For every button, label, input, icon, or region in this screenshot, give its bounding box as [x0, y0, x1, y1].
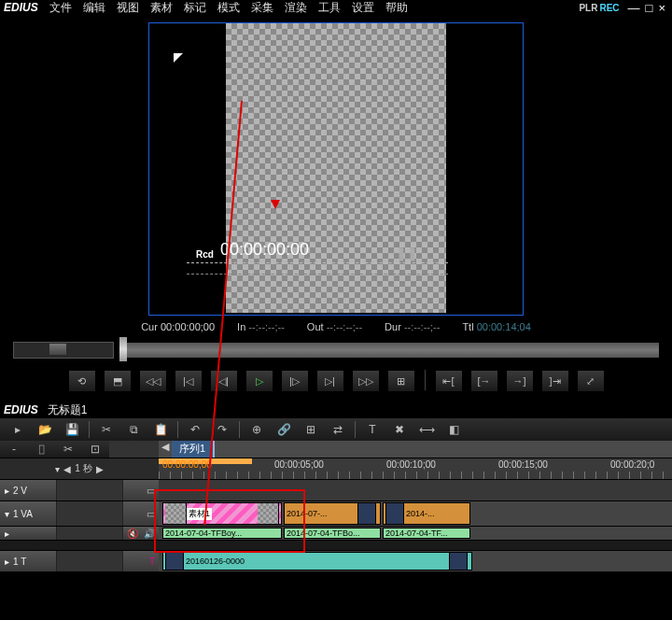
position-slider[interactable]	[119, 343, 659, 358]
trans-button[interactable]: ⟷	[414, 420, 439, 439]
clip-label: 素材1	[187, 508, 212, 520]
track-1a-body[interactable]: 2014-07-04-TFBoy... 2014-07-04-TFBo... 2…	[159, 527, 672, 540]
clip-va2[interactable]: 2014-07-...	[284, 502, 381, 525]
clip-a3[interactable]: 2014-07-04-TF...	[383, 528, 470, 539]
rewind-button[interactable]: ◁◁	[139, 370, 167, 392]
clip-a2[interactable]: 2014-07-04-TFBo...	[284, 528, 381, 539]
track-1va-body[interactable]: 素材1 2014-07-... 2014-...	[159, 501, 672, 526]
maximize-icon[interactable]: □	[646, 1, 653, 15]
plr-label: PLR	[579, 3, 597, 13]
menu-view[interactable]: 视图	[117, 0, 139, 16]
new-button[interactable]: ▸	[6, 420, 30, 439]
close-icon[interactable]: ×	[658, 1, 665, 15]
menu-mark[interactable]: 标记	[184, 0, 206, 16]
undo-button[interactable]: ↶	[183, 420, 207, 439]
video-toggle-icon[interactable]: ▭	[147, 509, 155, 519]
scrub-bar2[interactable]	[187, 274, 448, 275]
tc-dur-label: Dur	[385, 321, 401, 332]
video-toggle-icon[interactable]: ▭	[147, 486, 155, 496]
clip-label: 2014-07-04-TFBo...	[287, 528, 360, 538]
sequence-tab[interactable]: 序列1	[172, 441, 215, 458]
next-edit-button[interactable]: ▷|	[316, 370, 344, 392]
goto-in-button[interactable]: ⇤[	[435, 370, 463, 392]
clip-thumb-icon	[165, 503, 187, 524]
set-in-button[interactable]: [→	[470, 370, 498, 392]
menu-clip[interactable]: 素材	[150, 0, 173, 16]
clip-a1[interactable]: 2014-07-04-TFBoy...	[162, 528, 282, 539]
record-label: Rcd	[196, 249, 214, 260]
seq-prev[interactable]: ◀	[159, 441, 172, 458]
menu-file[interactable]: 文件	[49, 0, 72, 16]
safe-marker-icon	[174, 53, 183, 63]
clip-t1[interactable]: 20160126-0000	[162, 552, 472, 571]
track-1va-label: 1 VA	[13, 509, 56, 519]
render-button[interactable]: ◧	[441, 420, 466, 439]
loop-button[interactable]: ⟲	[68, 370, 96, 392]
track-2v-body[interactable]	[159, 480, 672, 500]
cut-button[interactable]: ✂	[94, 420, 119, 439]
zoom-down[interactable]: ▾	[55, 464, 60, 474]
stop-button[interactable]: ⬒	[104, 370, 132, 392]
audio-toggle-icon[interactable]: 🔊	[144, 528, 155, 539]
open-button[interactable]: 📂	[33, 420, 57, 439]
fastfwd-button[interactable]: ▷▷	[352, 370, 380, 392]
track-1t-label: 1 T	[13, 557, 56, 567]
shuttle-slider[interactable]	[13, 342, 114, 359]
track-expand[interactable]: ▸	[0, 557, 13, 567]
track-tool4[interactable]: ⊡	[83, 440, 107, 458]
track-1t-body[interactable]: 20160126-0000	[159, 551, 672, 571]
track-tool3[interactable]: ✂	[56, 440, 80, 458]
link-button[interactable]: 🔗	[272, 420, 296, 439]
clip-label: 2014-...	[406, 509, 435, 518]
set-out-button[interactable]: →]	[506, 370, 534, 392]
group-button[interactable]: ⊞	[299, 420, 323, 439]
delete-button[interactable]: ✖	[387, 420, 412, 439]
record-monitor: Rcd 00:00:00:00 ❚❚	[148, 22, 524, 316]
menu-mode[interactable]: 模式	[217, 0, 240, 16]
audio-expand[interactable]: ▸	[0, 528, 13, 539]
minimize-icon[interactable]: —	[628, 1, 640, 15]
prev-edit-button[interactable]: |◁	[175, 370, 203, 392]
title-toggle-icon[interactable]: T	[149, 557, 155, 567]
time-ruler[interactable]: 00:00:00;00 00:00:05;00 00:00:10;00 00:0…	[159, 458, 672, 479]
menu-cap[interactable]: 采集	[251, 0, 273, 16]
title-button[interactable]: T	[360, 420, 385, 439]
clip-va3[interactable]: 2014-...	[383, 502, 470, 525]
timeline-title: 无标题1	[48, 402, 88, 418]
tc-in-label: In	[237, 321, 245, 332]
scrub-bar[interactable]	[187, 262, 448, 273]
ruler-tick: 00:00:15;00	[498, 459, 548, 470]
loop-region-button[interactable]: ⊞	[387, 370, 415, 392]
track-expand[interactable]: ▾	[0, 509, 13, 519]
menu-edit[interactable]: 编辑	[83, 0, 105, 16]
menu-tool[interactable]: 工具	[318, 0, 341, 16]
menu-set[interactable]: 设置	[352, 0, 374, 16]
frame-back-button[interactable]: ◁|	[210, 370, 238, 392]
paste-button[interactable]: 📋	[148, 420, 173, 439]
tc-out-label: Out	[307, 321, 324, 332]
track-tool2[interactable]: ⌷	[29, 440, 53, 458]
clip-va-main[interactable]: 素材1	[162, 502, 282, 525]
frame-fwd-button[interactable]: |▷	[281, 370, 309, 392]
copy-button[interactable]: ⧉	[121, 420, 146, 439]
save-button[interactable]: 💾	[60, 420, 84, 439]
menu-ren[interactable]: 渲染	[285, 0, 307, 16]
export-button[interactable]: ⤢	[577, 370, 605, 392]
ruler-tick: 00:00:10;00	[386, 459, 436, 470]
clip-label: 2014-07-...	[287, 509, 328, 518]
zoom-prev[interactable]: ◀	[63, 464, 71, 474]
tc-ttl-label: Ttl	[462, 321, 473, 332]
menu-help[interactable]: 帮助	[385, 0, 408, 16]
ruler-tick: 00:00:05;00	[274, 459, 324, 470]
redo-button[interactable]: ↷	[210, 420, 234, 439]
insert-button[interactable]: ⊕	[245, 420, 269, 439]
zoom-next[interactable]: ▶	[96, 464, 104, 474]
track-expand[interactable]: ▸	[0, 486, 13, 496]
lock-button[interactable]: ⇄	[326, 420, 350, 439]
clip-thumb-icon	[165, 552, 184, 571]
mute-icon[interactable]: 🔇	[127, 528, 138, 539]
tc-cur: 00:00:00;00	[161, 321, 215, 332]
goto-out-button[interactable]: ]⇥	[541, 370, 569, 392]
play-button[interactable]: ▷	[245, 370, 273, 392]
track-tool1[interactable]: -	[2, 440, 26, 458]
